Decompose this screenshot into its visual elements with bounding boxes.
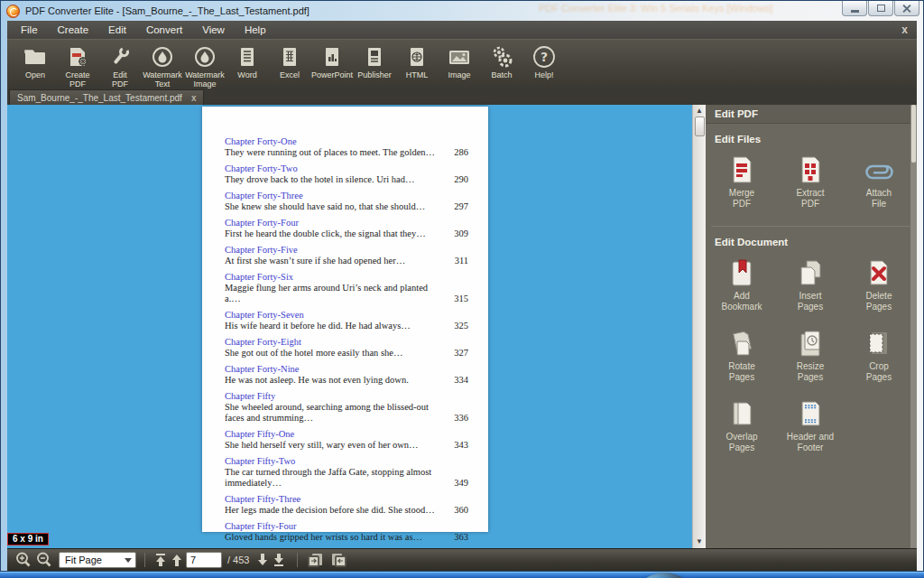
overlap-pages-button[interactable]: Overlap Pages (707, 392, 776, 462)
attach-file-button[interactable]: Attach File (845, 148, 913, 219)
page-total: / 453 (227, 555, 249, 565)
toc-chapter-link[interactable]: Chapter Forty-Nine (225, 364, 468, 375)
delete-pages-button[interactable]: Delete Pages (845, 251, 913, 322)
convert-word-button[interactable]: Word (226, 43, 268, 79)
close-button[interactable] (894, 1, 919, 16)
zoom-in-icon (14, 551, 32, 569)
scroll-up-icon[interactable]: ▲ (695, 107, 704, 116)
rotate-pages-button[interactable]: Rotate Pages (707, 322, 776, 392)
next-page-button[interactable] (256, 553, 269, 567)
batch-button[interactable]: Batch (481, 43, 522, 79)
toolbar: Open Create PDF Edit PDF Watermark Text (7, 39, 917, 89)
sidebar-scrollbar-thumb[interactable] (911, 105, 916, 163)
insert-pages-icon (797, 258, 824, 287)
toc-chapter-link[interactable]: Chapter Forty-Five (225, 245, 468, 256)
edit-document-grid: Add Bookmark Insert Pages Delete Pages R… (706, 249, 917, 462)
toc-chapter-link[interactable]: Chapter Fifty-Four (225, 521, 468, 532)
toc-chapter-link[interactable]: Chapter Forty-Four (225, 218, 468, 228)
zoom-out-button[interactable] (35, 551, 53, 569)
menu-item[interactable]: View (192, 23, 235, 37)
toc-snippet: She knew she should have said no, that s… (225, 201, 454, 212)
section-title-edit-document: Edit Document (706, 227, 917, 249)
viewer-scrollbar[interactable]: ▲ ▼ (692, 105, 706, 548)
convert-excel-button[interactable]: Excel (269, 43, 310, 79)
tab-close-icon[interactable]: x (191, 93, 197, 103)
convert-powerpoint-button[interactable]: PowerPoint (311, 43, 353, 79)
main-area: Chapter Forty-One They were running out … (7, 105, 917, 548)
merge-pdf-icon (728, 155, 755, 184)
last-page-button[interactable] (272, 553, 286, 567)
document-tab[interactable]: Sam_Bourne_-_The_Last_Testament.pdf x (9, 89, 204, 105)
menu-item[interactable]: File (11, 23, 48, 37)
toc-chapter-link[interactable]: Chapter Forty-Three (225, 191, 468, 201)
watermark-text-button[interactable]: Watermark Text (142, 43, 183, 89)
toc-chapter-link[interactable]: Chapter Forty-Seven (225, 310, 468, 321)
toc-page-number: 336 (454, 413, 468, 424)
window-controls (841, 1, 919, 16)
close-document-icon[interactable]: x (901, 23, 908, 36)
publisher-document-icon (362, 43, 387, 70)
toc-chapter-link[interactable]: Chapter Forty-One (225, 136, 468, 147)
header-footer-button[interactable]: Header and Footer (776, 392, 845, 462)
crop-pages-icon (865, 329, 892, 358)
toc-chapter-link[interactable]: Chapter Fifty-One (225, 429, 468, 440)
toc-chapter-link[interactable]: Chapter Forty-Eight (225, 337, 468, 348)
toc-chapter-link[interactable]: Chapter Fifty-Three (225, 494, 468, 505)
menu-item[interactable]: Help (235, 23, 276, 37)
powerpoint-chart-icon (319, 43, 345, 70)
next-view-button[interactable] (328, 552, 348, 568)
app-icon (6, 5, 20, 18)
panel-title: Edit PDF (706, 105, 917, 124)
last-page-icon (272, 553, 286, 567)
scrollbar-thumb[interactable] (695, 117, 705, 136)
crop-pages-button[interactable]: Crop Pages (845, 322, 913, 392)
menu-bar: File Create Edit Convert View Help x (7, 21, 917, 39)
edit-pdf-button[interactable]: Edit PDF (99, 43, 141, 89)
sidebar-scrollbar[interactable] (910, 105, 917, 548)
toc-entry: Chapter Fifty She wheeled around, search… (225, 391, 468, 424)
toc-snippet: He was not asleep. He was not even lying… (225, 375, 454, 386)
first-page-button[interactable] (153, 553, 168, 567)
toc-chapter-link[interactable]: Chapter Fifty (225, 391, 468, 402)
toc-page-number: 315 (454, 294, 468, 304)
page-number-input[interactable] (186, 552, 222, 568)
resize-pages-button[interactable]: Resize Pages (776, 322, 845, 392)
create-pdf-icon (65, 43, 90, 70)
add-bookmark-button[interactable]: Add Bookmark (707, 251, 776, 322)
fit-page-value: Fit Page (65, 555, 102, 565)
scroll-down-icon[interactable]: ▼ (695, 537, 704, 546)
watermark-image-button[interactable]: Watermark Image (184, 43, 226, 89)
help-button[interactable]: ? Help! (523, 43, 565, 79)
open-button[interactable]: Open (14, 43, 56, 79)
merge-pdf-button[interactable]: Merge PDF (707, 148, 776, 219)
menu-item[interactable]: Create (48, 23, 99, 37)
wrench-icon (107, 43, 133, 70)
extract-pdf-button[interactable]: Extract PDF (776, 148, 845, 219)
toc-page-number: 360 (454, 505, 468, 516)
toc-chapter-link[interactable]: Chapter Forty-Two (225, 163, 468, 174)
create-pdf-button[interactable]: Create PDF (57, 43, 98, 89)
windows-taskbar[interactable] (0, 572, 924, 578)
overlap-pages-icon (728, 399, 755, 428)
previous-view-icon (306, 552, 326, 568)
insert-pages-button[interactable]: Insert Pages (776, 251, 845, 322)
menu-item[interactable]: Edit (98, 23, 136, 37)
toc-page-number: 309 (454, 228, 468, 239)
toc-chapter-link[interactable]: Chapter Forty-Six (225, 272, 468, 283)
maximize-button[interactable] (868, 1, 893, 16)
minimize-button[interactable] (842, 1, 867, 16)
title-bar[interactable]: PDF Converter Elite - [Sam_Bourne_-_The_… (1, 1, 923, 21)
zoom-in-button[interactable] (14, 551, 32, 569)
toc-entry: Chapter Forty-Three She knew she should … (225, 191, 468, 212)
toc-chapter-link[interactable]: Chapter Fifty-Two (225, 456, 468, 467)
convert-html-button[interactable]: HTML (396, 43, 438, 79)
previous-view-button[interactable] (306, 552, 326, 568)
toc-entry: Chapter Forty-Five At first she wasn’t s… (225, 245, 468, 266)
convert-image-button[interactable]: Image (439, 43, 480, 79)
menu-item[interactable]: Convert (136, 23, 192, 37)
previous-page-button[interactable] (171, 553, 183, 567)
fit-page-select[interactable]: Fit Page (59, 552, 136, 568)
toc-entry: Chapter Fifty-Two The car turned through… (225, 456, 468, 489)
background-window-title: PDF Converter Elite 3: Win 5 Serials Key… (539, 3, 772, 14)
convert-publisher-button[interactable]: Publisher (354, 43, 395, 79)
